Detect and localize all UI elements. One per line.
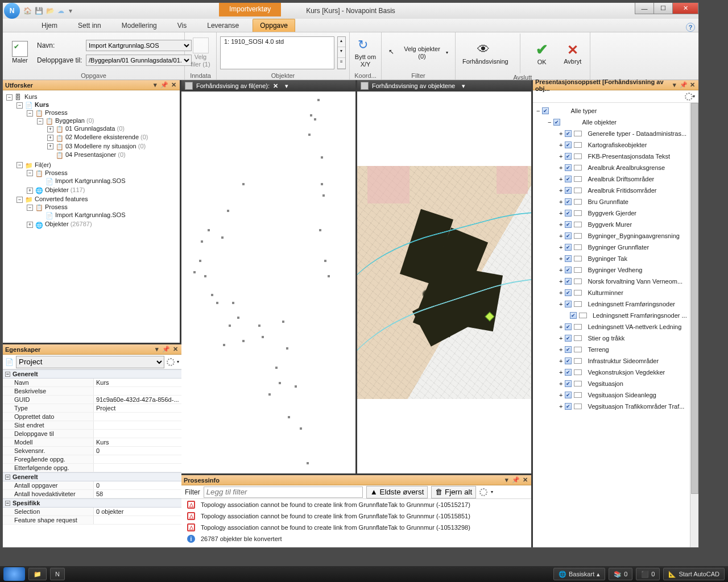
checkbox[interactable]: ✔ [565,289,572,296]
presentation-item[interactable]: +✔Generelle typer - Dataadministras... [559,128,697,139]
presentation-item[interactable]: +✔Bru Grunnflate [559,196,697,207]
checkbox[interactable]: ✔ [565,198,572,205]
bytt-xy-button[interactable]: ↻ Bytt om X/Y [352,36,379,69]
maler-button[interactable]: ✔ Maler [6,40,34,65]
listbox-scrollbar[interactable]: ▴▾≡ [337,36,346,69]
explorer-tree[interactable]: −🗄Kurs −📄Kurs −📋Prosess −📋Byggeplan (0) [3,90,180,343]
property-row[interactable]: Foregående oppg. [3,455,181,464]
presentation-tree[interactable]: −✔Alle typer −✔Alle objekter +✔Generelle… [533,103,698,547]
checkbox[interactable]: ✔ [565,323,572,330]
property-row[interactable]: Feature shape request [3,516,181,525]
app-logo[interactable]: N [4,3,20,19]
preview-button[interactable]: 👁 Forhåndsvisning [459,41,512,66]
property-row[interactable]: Antall oppgaver0 [3,481,181,490]
property-row[interactable]: Deloppgave til [3,430,181,438]
checkbox[interactable]: ✔ [565,380,572,387]
cloud-icon[interactable]: ☁ [57,7,65,15]
checkbox[interactable]: ✔ [565,267,572,273]
checkbox[interactable]: ✔ [565,255,572,262]
presentation-item[interactable]: +✔Infrastruktur Sideområder [559,355,697,367]
other-indicator[interactable]: ⬛ 0 [636,568,660,580]
presentation-item[interactable]: +✔Terreng [559,344,697,355]
property-row[interactable]: GUID91c9a60e-432d-427a-856d-... [3,396,181,404]
presentation-item[interactable]: +✔Arealbruk Fritidsområder [559,185,697,196]
checkbox[interactable]: ✔ [570,312,577,319]
scrollbar[interactable] [690,103,698,547]
presentation-item[interactable]: +✔Bygninger Tak [559,253,697,264]
checkbox[interactable]: ✔ [565,153,572,160]
help-icon[interactable]: ? [686,23,695,32]
ok-button[interactable]: ✔ OK [528,40,556,67]
checkbox[interactable]: ✔ [565,164,572,171]
properties-selector[interactable]: Project [16,356,164,368]
checkbox[interactable]: ✔ [565,403,572,410]
tab-oppgave[interactable]: Oppgave [253,19,295,32]
presentation-item[interactable]: +✔Bygninger Vedheng [559,264,697,276]
presentation-item[interactable]: +✔Kartografiskeobjekter [559,139,697,151]
tab-leveranse[interactable]: Leveranse [200,19,246,32]
property-grid[interactable]: −Generelt NavnKursBeskrivelseGUID91c9a60… [3,369,181,547]
objekter-listbox[interactable]: 1: 1910_SOSI 4.0 std [220,36,334,69]
home-icon[interactable]: 🏠 [23,7,31,15]
maximize-button[interactable]: ☐ [653,3,673,14]
gear-icon[interactable] [685,93,693,101]
gear-icon[interactable] [167,358,175,366]
checkbox[interactable]: ✔ [565,346,572,353]
presentation-item[interactable]: +✔Vegsituasjon Sideanlegg [559,389,697,401]
start-button[interactable] [3,567,25,581]
save-icon[interactable]: 💾 [35,7,43,15]
start-autocad-button[interactable]: 📐 Start AutoCAD [663,568,725,580]
close-view-icon[interactable]: ✕ [273,82,278,90]
presentation-item[interactable]: +✔Ledningsnett VA-nettverk Ledning [559,321,697,332]
checkbox[interactable]: ✔ [565,369,572,376]
more-icon[interactable]: ▾ [69,7,77,15]
tab-vis[interactable]: Vis [171,19,193,32]
checkbox[interactable]: ✔ [565,357,572,364]
deloppgave-field[interactable]: /Byggeplan/01 Grunnlagsdata/01.0 [86,55,192,66]
property-row[interactable]: ModellKurs [3,438,181,447]
presentation-item[interactable]: ✔Ledningsnett Framføringsnoder ... [559,310,697,321]
minimize-button[interactable]: — [635,3,654,14]
preview-scatter[interactable] [181,92,355,473]
checkbox[interactable]: ✔ [565,244,572,251]
checkbox[interactable]: ✔ [565,210,572,217]
filter-input[interactable] [204,487,363,498]
velg-filer-button[interactable]: Velg filer (1) [187,36,214,69]
open-icon[interactable]: 📂 [46,7,54,15]
navn-field[interactable]: Import Kartgrunnlag.SOS [86,40,192,51]
property-row[interactable]: Opprettet dato [3,413,181,421]
property-row[interactable]: NavnKurs [3,379,181,387]
gear-icon[interactable] [479,488,487,496]
checkbox[interactable]: ✔ [565,335,572,342]
checkbox[interactable]: ✔ [565,392,572,398]
panel-pin-icon[interactable]: 📌 [160,81,168,89]
property-row[interactable]: Beskrivelse [3,387,181,396]
presentation-item[interactable]: +✔Arealbruk Arealbruksgrense [559,162,697,173]
clear-button[interactable]: 🗑 Fjern alt [431,486,476,498]
presentation-item[interactable]: +✔Vegkonstruksjon Vegdekker [559,367,697,378]
presentation-item[interactable]: +✔Arealbruk Driftsområder [559,173,697,185]
tab-modellering[interactable]: Modellering [115,19,164,32]
property-row[interactable]: TypeProject [3,404,181,413]
panel-menu-icon[interactable]: ▾ [151,81,159,89]
checkbox[interactable]: ✔ [565,130,572,137]
presentation-item[interactable]: +✔Norsk forvaltning Vann Verneom... [559,276,697,287]
tab-hjem[interactable]: Hjem [35,19,64,32]
sort-button[interactable]: ▲ Eldste øverst [366,486,428,498]
checkbox[interactable]: ✔ [565,176,572,182]
checkbox[interactable]: ✔ [565,221,572,228]
presentation-item[interactable]: +✔Stier og tråkk [559,332,697,344]
presentation-item[interactable]: +✔Bygninger Grunnflater [559,242,697,253]
presentation-item[interactable]: +✔Vegsituasjon [559,378,697,389]
checkbox[interactable]: ✔ [565,187,572,194]
property-row[interactable]: Etterfølgende oppg. [3,464,181,472]
presentation-item[interactable]: +✔Byggverk Gjerder [559,207,697,219]
presentation-item[interactable]: +✔FKB-Presentasjonsdata Tekst [559,151,697,162]
presentation-item[interactable]: +✔Byggverk Murer [559,219,697,230]
layers-indicator[interactable]: 📚 0 [609,568,632,580]
checkbox[interactable]: ✔ [565,232,572,239]
property-row[interactable]: Selection0 objekter [3,508,181,516]
velg-objekter-button[interactable]: ↖ Velg objekter (0)▾ [385,44,452,61]
close-button[interactable]: ✕ [672,3,698,14]
checkbox[interactable]: ✔ [565,142,572,148]
